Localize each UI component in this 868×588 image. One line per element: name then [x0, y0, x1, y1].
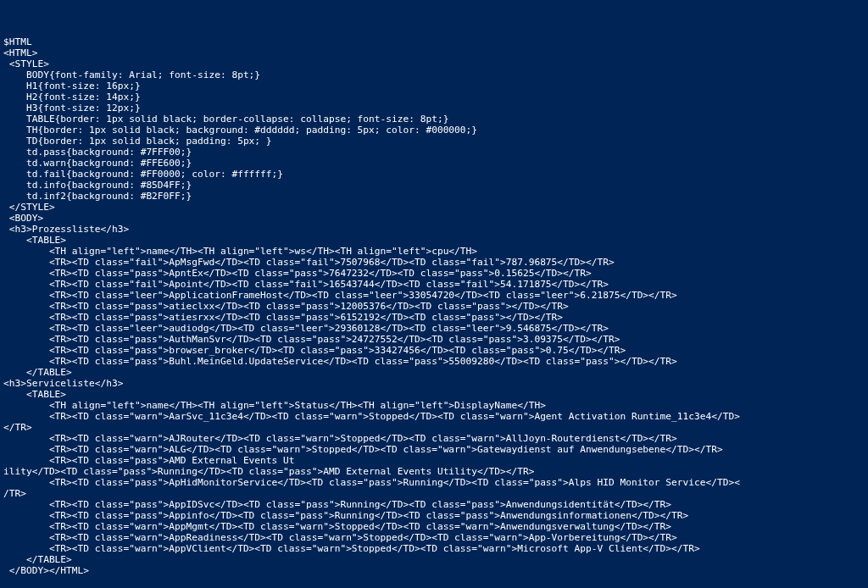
code-content: $HTML <HTML> <STYLE> BODY{font-family: A… — [3, 36, 740, 576]
